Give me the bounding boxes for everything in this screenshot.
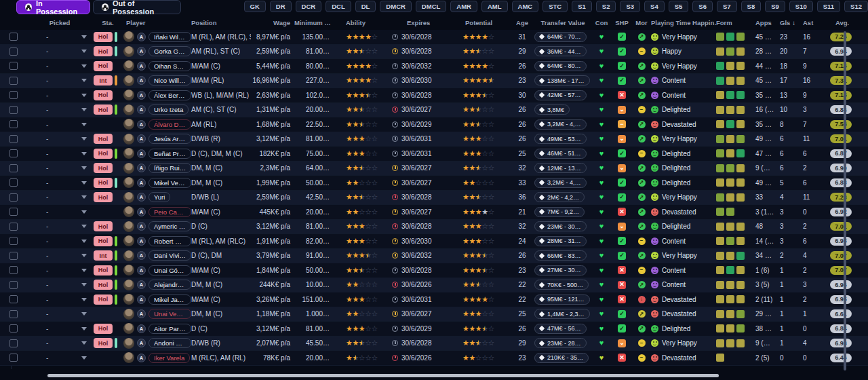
player-cell[interactable]: AÍñigo Ruiz d… [123,163,191,174]
horizontal-scrollbar[interactable] [47,374,719,377]
picked-dropdown[interactable]: - [27,281,92,288]
player-name[interactable]: Jesús Areso [149,134,191,144]
player-cell[interactable]: APeio Canal… [123,206,191,217]
row-checkbox[interactable] [9,339,18,347]
row-checkbox[interactable] [9,62,18,70]
row-checkbox[interactable] [9,120,18,128]
player-cell[interactable]: AAndoni Gor… [123,338,191,349]
header-gls[interactable]: Gls↓ [777,19,800,26]
player-row[interactable]: -APeio Canal…M/AM (C)445K€ p/a20.00…★★☆☆… [0,205,868,220]
row-checkbox[interactable] [9,208,18,216]
transfer-value-chip[interactable]: 138M€ - 17… [534,75,590,86]
player-row[interactable]: -AÁlvaro DjalóAM (RL)1,68M€ p/a22.50…★★★… [0,117,868,132]
transfer-value-chip[interactable]: 36M€ - 44… [534,46,587,56]
player-name[interactable]: Iñaki Willia… [149,32,191,42]
picked-dropdown[interactable]: - [27,252,92,259]
player-name[interactable]: Aitor Pared… [149,324,191,334]
transfer-value-chip[interactable]: 64M€ - 70… [534,32,587,42]
player-name[interactable]: Aymeric La… [149,221,191,231]
picked-dropdown[interactable]: - [27,135,92,142]
transfer-value-chip[interactable]: 7M€ - 9,2… [534,207,585,217]
row-checkbox[interactable] [9,178,18,187]
picked-dropdown[interactable]: - [27,339,92,347]
player-row[interactable]: -IntANico Willia…M/AM (RL)16,96M€ p/a227… [0,74,868,89]
player-name[interactable]: Alejandro R… [149,280,191,290]
position-filter-s11[interactable]: S11 [817,1,840,12]
position-filter-dr[interactable]: DR [270,1,292,12]
player-cell[interactable]: AUrko Izeta [123,104,191,115]
player-cell[interactable]: AAlejandro R… [123,280,191,290]
row-checkbox[interactable] [9,237,18,245]
tab-in-possession[interactable]: In Possession [16,0,90,14]
player-cell[interactable]: AUnai Gómez [123,265,191,276]
position-filter-s3[interactable]: S3 [620,1,640,12]
row-checkbox[interactable] [9,223,18,231]
row-checkbox[interactable] [9,91,18,99]
player-cell[interactable]: AÁlvaro Djaló [123,119,191,130]
picked-dropdown[interactable]: - [27,62,92,70]
player-name[interactable]: Mikel Jaure… [149,294,191,305]
row-checkbox[interactable] [9,149,18,157]
header-position[interactable]: Position [191,19,251,26]
row-checkbox[interactable] [9,354,18,362]
player-row[interactable]: -HolARobert Nav…M (RL), AM (RLC)1,91M€ p… [0,234,868,249]
picked-dropdown[interactable]: - [27,193,92,201]
transfer-value-chip[interactable]: 70K€ - 500… [534,280,589,290]
player-row[interactable]: -HolAAndoni Gor…D/WB (R)2,07M€ p/a45.50…… [0,337,868,352]
player-cell[interactable]: ADani Vivian [123,250,191,261]
picked-dropdown[interactable]: - [27,325,92,332]
transfer-value-chip[interactable]: 1,4M€ - 2,3… [534,309,590,319]
player-row[interactable]: -HolAMikel VesgaDM, M (C)1,99M€ p/a50.00… [0,176,868,191]
player-cell[interactable]: ANico Willia… [123,75,191,86]
player-row[interactable]: -HolAJesús AresoD/WB (R)3,12M€ p/a81.00…… [0,132,868,147]
row-checkbox[interactable] [9,295,18,303]
transfer-value-chip[interactable]: 46M€ - 51… [534,149,587,159]
position-filter-s9[interactable]: S9 [765,1,785,12]
player-cell[interactable]: AIñaki Willia… [123,31,191,42]
player-cell[interactable]: AMikel Vesga [123,177,191,188]
player-cell[interactable]: AJesús Areso [123,134,191,145]
transfer-value-chip[interactable]: 28M€ - 31… [534,236,587,246]
position-filter-s5[interactable]: S5 [669,1,689,12]
player-name[interactable]: Mikel Vesga [149,178,191,188]
transfer-value-chip[interactable]: 12M€ - 13… [534,163,587,173]
picked-dropdown[interactable]: - [27,238,92,245]
row-checkbox[interactable] [9,106,18,114]
transfer-value-chip[interactable]: 210K€ - 35… [534,353,589,363]
row-checkbox[interactable] [9,135,18,143]
position-filter-s6[interactable]: S6 [692,1,713,12]
player-name[interactable]: Iker Varela [149,353,190,363]
picked-dropdown[interactable]: - [27,121,92,128]
row-checkbox[interactable] [9,252,18,260]
player-cell[interactable]: AGorka Guru… [123,46,191,57]
position-filter-dmcr[interactable]: DMCR [380,1,412,12]
position-filter-s8[interactable]: S8 [741,1,762,12]
player-row[interactable]: -HolAUrko IzetaAM (C), ST (C)1,31M€ p/a2… [0,103,868,118]
row-checkbox[interactable] [9,33,18,41]
player-name[interactable]: Gorka Guru… [149,46,191,56]
transfer-value-chip[interactable]: 3,8M€ [534,104,570,115]
player-row[interactable]: -AIker VarelaM (RLC), AM (RL)78K€ p/a20.… [0,351,868,366]
row-checkbox[interactable] [9,310,18,318]
header-avg[interactable]: Avg. [823,19,861,26]
transfer-value-chip[interactable]: 47M€ - 56… [534,324,587,334]
picked-dropdown[interactable]: - [27,92,92,99]
player-row[interactable]: -AUnai Vence…DM, M (C)1,18M€ p/a1.000…★★… [0,307,868,322]
transfer-value-chip[interactable]: 2M€ - 4,2… [534,192,585,202]
transfer-value-chip[interactable]: 3,2M€ - 4,… [534,119,587,130]
position-filter-dl[interactable]: DL [355,1,376,12]
position-filter-s10[interactable]: S10 [789,1,813,12]
player-row[interactable]: -HolAÍñigo Ruiz d…DM, M (C)2,3M€ p/a64.0… [0,162,868,176]
player-row[interactable]: -HolAUnai GómezM/AM (C)1,84M€ p/a50.00…★… [0,263,868,278]
position-filter-s12[interactable]: S12 [844,1,868,12]
position-filter-amr[interactable]: AMR [450,1,477,12]
position-filter-s2[interactable]: S2 [596,1,616,12]
header-player[interactable]: Player [123,19,191,26]
picked-dropdown[interactable]: - [27,208,92,216]
row-checkbox[interactable] [9,48,18,56]
transfer-value-chip[interactable]: 66M€ - 83… [534,250,587,261]
player-cell[interactable]: AIker Varela [123,352,191,363]
position-filter-stc[interactable]: STC [542,1,568,12]
player-name[interactable]: Dani Vivian [149,250,191,261]
header-ast[interactable]: Ast [800,19,823,26]
